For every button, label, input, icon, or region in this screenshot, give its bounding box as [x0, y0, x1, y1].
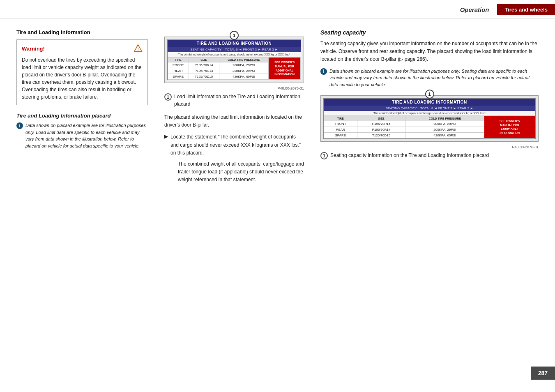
mid-placard-partnumber: P40.00-2075-31	[164, 86, 304, 90]
right-cell-rear-pressure: 200KPA, 29PSI	[405, 127, 484, 133]
mid-bullet-content: Locate the statement "The combined weigh…	[170, 133, 304, 184]
mid-placard-table: TIRE SIZE COLD TIRE PRESSURE SEE OWNER'S…	[168, 57, 301, 80]
mid-subheader-seating: SEATING CAPACITY	[190, 48, 221, 51]
right-cell-front-tire: FRONT	[324, 121, 357, 127]
mid-col-pressure: COLD TIRE PRESSURE	[219, 58, 269, 62]
warning-text: Do not overload the tires by exceeding t…	[22, 56, 143, 101]
right-placard-container: TIRE AND LOADING INFORMATION SEATING CAP…	[320, 95, 539, 142]
right-placard-subheader: SEATING CAPACITY TOTAL 8 ◄ FRONT 3 ► REA…	[324, 106, 535, 111]
right-placard-wrap: 1 TIRE AND LOADING INFORMATION SEATING C…	[320, 95, 539, 149]
left-column: Tire and Loading Information Warning! ! …	[16, 29, 156, 188]
bullet-arrow-icon: ▶	[164, 134, 168, 184]
section-label: Operation	[460, 6, 497, 13]
mid-cell-spare-tire: SPARE	[168, 74, 189, 80]
right-placard-inner: TIRE AND LOADING INFORMATION SEATING CAP…	[323, 98, 536, 139]
mid-placard-wrap: 1 TIRE AND LOADING INFORMATION SEATING C…	[164, 37, 304, 90]
mid-caption-number: 1	[164, 93, 172, 101]
right-col-size: SIZE	[357, 116, 405, 121]
right-placard-partnumber: P40.00-2076-31	[320, 145, 539, 149]
page-number: 287	[531, 367, 555, 380]
placard-section-title: Tire and Loading Information placard	[16, 113, 148, 119]
right-caption-text: Seating capacity information on the Tire…	[330, 152, 489, 159]
mid-cell-spare-pressure: 420KPA, 60PSI	[219, 74, 269, 80]
mid-cell-front-size: P195/70R14	[189, 62, 219, 68]
mid-bullet-text: Locate the statement "The combined weigh…	[170, 134, 301, 155]
right-placard-caption: 1 Seating capacity information on the Ti…	[320, 152, 539, 159]
mid-cell-spare-size: T125/70D15	[189, 74, 219, 80]
mid-placard-inner: TIRE AND LOADING INFORMATION SEATING CAP…	[167, 39, 301, 80]
left-section-title: Tire and Loading Information	[16, 29, 148, 35]
mid-placard-container: TIRE AND LOADING INFORMATION SEATING CAP…	[164, 37, 304, 83]
mid-bullet-sub: The combined weight of all occupants, ca…	[178, 160, 304, 184]
info-icon: i	[16, 122, 23, 129]
right-subheader-seating: SEATING CAPACITY	[386, 106, 417, 110]
middle-column: 1 TIRE AND LOADING INFORMATION SEATING C…	[156, 29, 312, 188]
mid-placard-number: 1	[230, 31, 239, 40]
left-info-note: i Data shown on placard example are for …	[16, 122, 148, 149]
right-column: Seating capacity The seating capacity gi…	[312, 29, 539, 188]
right-subheader-total: TOTAL 8 ◄ FRONT 3 ► REAR 3 ►	[420, 106, 473, 110]
mid-cell-rear-size: P195/75R14	[189, 68, 219, 74]
mid-placard-caption: 1 Load limit information on the Tire and…	[164, 93, 304, 108]
warning-triangle-icon: !	[134, 44, 143, 53]
left-info-text: Data shown on placard example are for il…	[25, 122, 148, 149]
mid-col-owners: SEE OWNER'SMANUAL FORADDITIONALINFORMATI…	[269, 58, 301, 80]
right-cell-rear-tire: REAR	[324, 127, 357, 133]
right-placard-table: TIRE SIZE COLD TIRE PRESSURE SEE OWNER'S…	[324, 116, 535, 138]
mid-cell-front-pressure: 200KPA, 29PSI	[219, 62, 269, 68]
right-col-owners: SEE OWNER'SMANUAL FORADDITIONALINFORMATI…	[484, 116, 535, 138]
warning-header: Warning! !	[22, 44, 143, 53]
page-header: Operation Tires and wheels	[0, 0, 555, 19]
seating-title: Seating capacity	[320, 29, 539, 36]
right-placard-number: 1	[425, 90, 434, 99]
mid-col-size: SIZE	[189, 58, 219, 62]
mid-cell-rear-pressure: 200KPA, 29PSI	[219, 68, 269, 74]
right-col-tire: TIRE	[324, 116, 357, 121]
mid-col-tire: TIRE	[168, 58, 189, 62]
right-cell-spare-tire: SPARE	[324, 133, 357, 138]
right-cell-spare-pressure: 420KPA, 60PSI	[405, 133, 484, 138]
right-cell-front-size: P195/70R14	[357, 121, 405, 127]
mid-placard-subheader: SEATING CAPACITY TOTAL 8 ◄ FRONT 3 ► REA…	[168, 47, 301, 52]
right-placard-notice: The combined weight of occupants and car…	[324, 111, 535, 116]
warning-title: Warning!	[22, 46, 45, 52]
mid-cell-rear-tire: REAR	[168, 68, 189, 74]
right-info-note: i Data shown on placard example are for …	[320, 68, 539, 88]
right-col-pressure: COLD TIRE PRESSURE	[405, 116, 484, 121]
mid-placard-header: TIRE AND LOADING INFORMATION	[168, 40, 301, 47]
mid-caption-text: Load limit information on the Tire and L…	[174, 93, 304, 108]
mid-subheader-total: TOTAL 8 ◄ FRONT 3 ► REAR 3 ►	[225, 48, 278, 51]
right-info-text: Data shown on placard example are for il…	[329, 68, 539, 88]
mid-body1: The placard showing the load limit infor…	[164, 113, 304, 129]
mid-placard-notice: The combined weight of occupants and car…	[168, 52, 301, 57]
warning-box: Warning! ! Do not overload the tires by …	[16, 39, 148, 105]
right-cell-spare-size: T125/70D15	[357, 133, 405, 138]
subsection-label: Tires and wheels	[497, 4, 555, 15]
mid-bullet: ▶ Locate the statement "The combined wei…	[164, 133, 304, 184]
right-body1: The seating capacity gives you important…	[320, 40, 539, 64]
mid-cell-front-tire: FRONT	[168, 62, 189, 68]
svg-text:!: !	[137, 47, 138, 51]
right-caption-number: 1	[320, 152, 328, 159]
right-info-icon: i	[320, 68, 327, 75]
right-cell-rear-size: P195/70R14	[357, 127, 405, 133]
right-cell-front-pressure: 200KPA, 29PSI	[405, 121, 484, 127]
right-placard-header: TIRE AND LOADING INFORMATION	[324, 99, 535, 106]
